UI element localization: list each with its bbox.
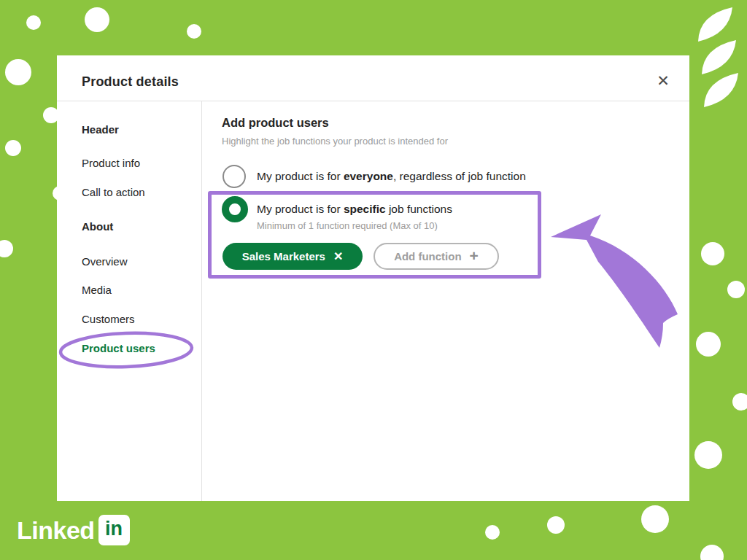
decor-dot — [5, 59, 31, 85]
sidebar-item-product-users[interactable]: Product users — [82, 342, 155, 355]
label-text: My product is for — [257, 203, 344, 215]
radio-specific-label: My product is for specific job functions — [257, 203, 452, 216]
decor-dot — [547, 516, 565, 534]
sidebar-item-overview[interactable]: Overview — [82, 255, 128, 268]
label-text: My product is for — [257, 170, 344, 182]
page-background: Product details ✕ Header Product info Ca… — [0, 0, 747, 560]
decor-dot — [727, 281, 745, 298]
sidebar-item-media[interactable]: Media — [82, 284, 112, 297]
decor-dot — [5, 140, 21, 156]
decor-dot — [732, 393, 747, 411]
sidebar-item-header[interactable]: Header — [82, 123, 119, 136]
sidebar-item-about[interactable]: About — [82, 220, 113, 233]
label-bold-text: specific — [344, 203, 386, 215]
decor-dot — [85, 7, 109, 32]
sidebar-item-customers[interactable]: Customers — [82, 313, 135, 326]
button-label: Add function — [394, 250, 461, 262]
linkedin-wordmark: Linked — [17, 516, 95, 545]
label-text: , regardless of job function — [393, 170, 526, 182]
modal-title: Product details — [82, 74, 179, 90]
section-subheading: Highlight the job functions your product… — [222, 136, 448, 147]
sidebar-divider — [201, 101, 202, 501]
sidebar-item-product-info[interactable]: Product info — [82, 157, 140, 170]
label-text: job functions — [386, 203, 452, 215]
product-details-modal: Product details ✕ Header Product info Ca… — [57, 55, 689, 501]
decor-dot — [696, 332, 721, 357]
header-divider — [57, 101, 689, 101]
decor-dot — [700, 545, 724, 560]
decor-dot — [187, 24, 201, 39]
section-heading: Add product users — [222, 116, 329, 130]
radio-specific[interactable] — [222, 196, 248, 222]
plus-icon: + — [470, 248, 479, 263]
radio-everyone-label: My product is for everyone, regardless o… — [257, 170, 526, 183]
remove-icon[interactable]: ✕ — [333, 251, 343, 262]
decor-dot — [641, 505, 669, 533]
sales-marketers-chip[interactable]: Sales Marketers ✕ — [222, 243, 363, 270]
function-limit-helper: Minimum of 1 function required (Max of 1… — [257, 220, 438, 231]
decor-dot — [0, 240, 13, 257]
linkedin-logo: Linked in — [17, 515, 130, 545]
label-bold-text: everyone — [344, 170, 393, 182]
decor-dot — [694, 441, 722, 469]
decor-dot — [26, 15, 41, 30]
sidebar-item-call-to-action[interactable]: Call to action — [82, 186, 145, 199]
linkedin-in-badge: in — [98, 515, 130, 545]
add-function-button[interactable]: Add function + — [374, 243, 499, 270]
decor-dot — [701, 242, 724, 265]
decor-dot — [485, 525, 500, 540]
close-icon[interactable]: ✕ — [652, 70, 674, 92]
chip-label: Sales Marketers — [242, 250, 325, 262]
radio-everyone[interactable] — [222, 165, 246, 188]
